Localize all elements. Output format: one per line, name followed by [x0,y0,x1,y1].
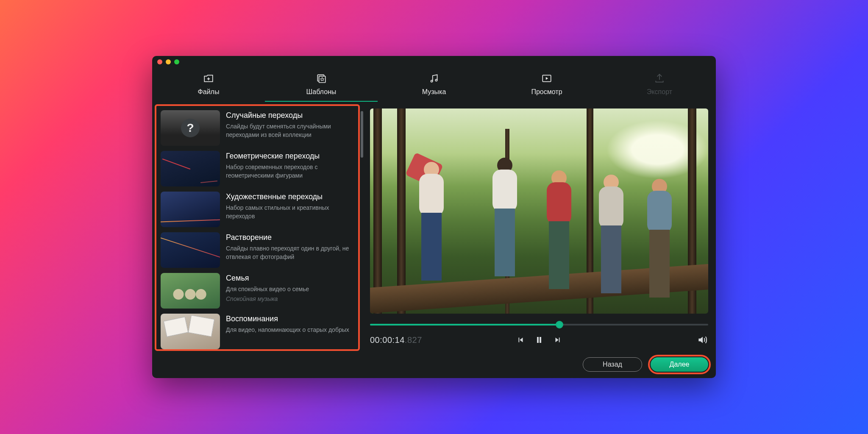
svg-point-4 [431,80,432,82]
timecode-ms: .827 [405,335,422,345]
template-info: Случайные переходы Слайды будут сменятьс… [226,110,355,146]
template-list[interactable]: ? Случайные переходы Слайды будут сменят… [156,106,358,349]
template-title: Воспоминания [226,314,355,323]
tab-export-label: Экспорт [647,88,672,96]
next-button-highlight: Далее [648,355,711,374]
template-thumb [161,232,220,268]
wizard-footer: Назад Далее [152,353,716,378]
pause-button[interactable] [534,334,545,345]
progress-fill [370,324,559,326]
svg-rect-7 [537,337,539,343]
template-thumb [161,314,220,349]
tab-export: Экспорт [603,68,716,102]
template-item-family[interactable]: Семья Для спокойных видео о семье Спокой… [161,273,355,309]
template-info: Воспоминания Для видео, напоминающих о с… [226,314,355,349]
preview-icon [541,73,552,86]
files-icon [203,73,214,86]
playback-controls-row: 00:00:14.827 [370,331,708,349]
app-window: Файлы Шаблоны Музыка Просмотр Экспорт [152,56,716,378]
template-info: Растворение Слайды плавно переходят один… [226,232,355,268]
template-hint: Спокойная музыка [226,295,355,302]
progress-knob[interactable] [556,321,563,328]
preview-area: 00:00:14.827 [364,102,716,353]
template-info: Художественные переходы Набор самых стил… [226,192,355,227]
template-desc: Слайды плавно переходят один в другой, н… [226,245,355,261]
window-close-button[interactable] [157,59,162,64]
preview-canvas[interactable] [370,108,708,314]
template-item-memories[interactable]: Воспоминания Для видео, напоминающих о с… [161,314,355,349]
sidebar-wrapper: ? Случайные переходы Слайды будут сменят… [152,102,364,353]
sidebar-scrollbar[interactable] [360,104,364,351]
volume-button[interactable] [696,334,708,346]
template-thumb: ? [161,110,220,146]
tab-files-label: Файлы [198,88,220,96]
back-button[interactable]: Назад [583,357,642,372]
tab-preview[interactable]: Просмотр [490,68,603,102]
template-desc: Для спокойных видео о семье [226,285,355,294]
template-item-random[interactable]: ? Случайные переходы Слайды будут сменят… [161,110,355,146]
window-minimize-button[interactable] [166,59,171,64]
top-tabs: Файлы Шаблоны Музыка Просмотр Экспорт [152,68,716,102]
template-title: Художественные переходы [226,192,355,201]
template-desc: Набор современных переходов с геометриче… [226,163,355,180]
music-icon [428,73,440,86]
template-title: Растворение [226,233,355,242]
template-desc: Набор самых стильных и креативных перехо… [226,204,355,220]
timecode: 00:00:14.827 [370,335,422,345]
main-area: ? Случайные переходы Слайды будут сменят… [152,102,716,353]
template-info: Семья Для спокойных видео о семье Спокой… [226,273,355,309]
play-controls [515,334,563,345]
titlebar [152,56,716,68]
tab-music-label: Музыка [422,88,446,96]
template-thumb [161,192,220,227]
tab-templates[interactable]: Шаблоны [265,68,378,102]
window-maximize-button[interactable] [174,59,179,64]
progress-track[interactable] [370,324,708,326]
back-button-label: Назад [603,361,622,368]
step-back-button[interactable] [515,334,526,345]
timecode-main: 00:00:14 [370,335,405,345]
template-title: Семья [226,274,355,283]
next-button[interactable]: Далее [651,357,708,372]
template-thumb [161,151,220,186]
question-mark-icon: ? [181,119,200,137]
template-title: Случайные переходы [226,111,355,120]
tab-preview-label: Просмотр [531,88,562,96]
template-thumb [161,273,220,309]
tab-templates-label: Шаблоны [306,88,337,96]
progress-bar[interactable] [370,314,708,331]
svg-point-5 [435,79,437,81]
template-item-artistic[interactable]: Художественные переходы Набор самых стил… [161,192,355,227]
step-forward-button[interactable] [552,334,563,345]
template-item-dissolve[interactable]: Растворение Слайды плавно переходят один… [161,232,355,268]
export-icon [654,73,665,86]
svg-rect-8 [540,337,541,343]
template-info: Геометрические переходы Набор современны… [226,151,355,186]
tab-music[interactable]: Музыка [378,68,490,102]
template-title: Геометрические переходы [226,152,355,161]
next-button-label: Далее [670,361,690,368]
template-sidebar: ? Случайные переходы Слайды будут сменят… [155,104,360,351]
templates-icon [316,73,327,86]
scrollbar-thumb[interactable] [361,111,363,158]
preview-image [370,108,708,314]
template-desc: Для видео, напоминающих о старых добрых [226,326,355,334]
tab-files[interactable]: Файлы [152,68,265,102]
template-item-geometric[interactable]: Геометрические переходы Набор современны… [161,151,355,186]
template-desc: Слайды будут сменяться случайными перехо… [226,122,355,139]
